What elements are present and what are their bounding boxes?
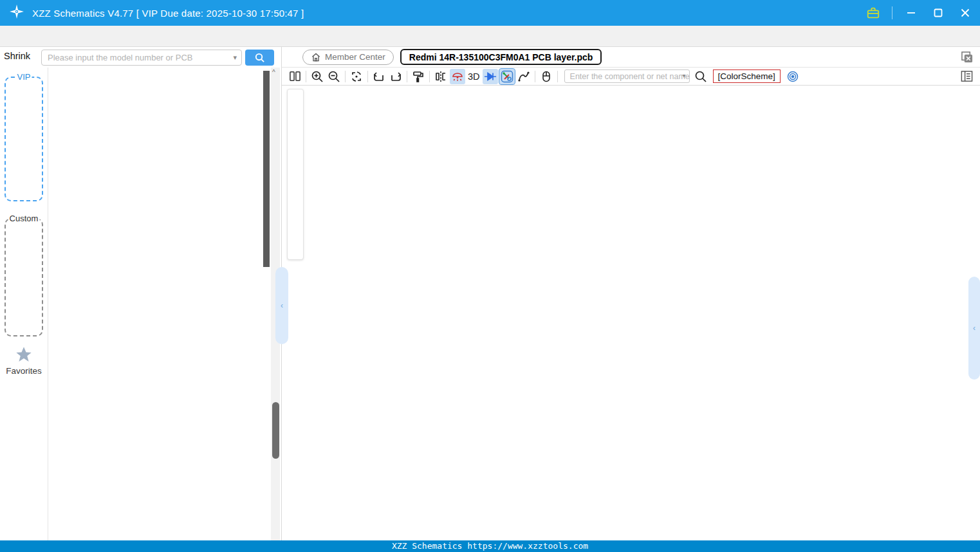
model-search-input[interactable]: Please input the model number or PCB ▾ <box>41 50 242 66</box>
rotate-ccw-icon[interactable] <box>371 69 387 84</box>
mirror-flip-icon[interactable] <box>433 69 448 84</box>
member-center-label: Member Center <box>325 52 385 62</box>
collapse-right-handle[interactable]: ‹ <box>968 277 980 380</box>
active-tab-label: Redmi 14R-135100C3FM0A1 PCB layer.pcb <box>409 52 593 62</box>
tree-scrollbar-thumb-inner[interactable] <box>263 71 270 267</box>
shrink-button[interactable]: Shrink <box>4 51 30 61</box>
app-logo-icon <box>9 4 24 22</box>
maximize-button[interactable] <box>930 5 947 21</box>
panel-toggle-icon[interactable] <box>960 69 974 86</box>
component-search-input[interactable]: Enter the component or net name ▾ <box>564 69 690 83</box>
diode-tool-icon[interactable] <box>483 69 498 84</box>
close-tab-icon[interactable] <box>961 51 974 66</box>
category-sidebar: VIP Custom Favorites <box>0 68 48 540</box>
member-center-button[interactable]: Member Center <box>302 50 394 65</box>
component-search-icon[interactable] <box>693 69 708 84</box>
eye-visibility-icon[interactable] <box>785 69 800 84</box>
lamp-tool-icon[interactable] <box>450 69 465 84</box>
zoom-in-icon[interactable] <box>310 69 325 84</box>
minimize-button[interactable] <box>903 5 920 21</box>
vip-briefcase-icon[interactable] <box>865 5 882 21</box>
model-search-row: Shrink Please input the model number or … <box>0 47 281 68</box>
close-button[interactable] <box>957 5 974 21</box>
custom-group-label: Custom <box>8 214 40 223</box>
pcb-toolbar: 3D Enter the component or net name ▾ [Co… <box>281 68 980 86</box>
mouse-settings-icon[interactable] <box>539 69 554 84</box>
zoom-out-icon[interactable] <box>326 69 342 84</box>
menu-bar <box>0 26 980 47</box>
window-controls-separator <box>892 6 892 19</box>
pcb-canvas[interactable] <box>281 86 980 540</box>
measure-tool-icon[interactable] <box>499 69 515 84</box>
vip-group: VIP <box>5 77 43 201</box>
chevron-down-icon[interactable]: ▾ <box>683 72 686 79</box>
component-search-placeholder: Enter the component or net name <box>570 72 690 81</box>
rotate-cw-icon[interactable] <box>388 69 403 84</box>
favorites-label: Favorites <box>5 366 43 376</box>
tab-row: Member Center Redmi 14R-135100C3FM0A1 PC… <box>281 47 980 68</box>
layer-selector <box>287 89 304 260</box>
3d-view-button[interactable]: 3D <box>468 71 480 82</box>
app-window: XZZ Schematics V4.77 [ VIP Due date: 202… <box>0 0 980 552</box>
file-tree-panel: ^ <box>48 68 281 540</box>
sidebar-item-favorites[interactable]: Favorites <box>5 345 43 376</box>
scrollbar-up-arrow-icon[interactable]: ^ <box>272 69 275 76</box>
status-bar: XZZ Schematics https://www.xzztools.com <box>0 540 980 552</box>
window-title: XZZ Schematics V4.77 [ VIP Due date: 202… <box>32 8 304 19</box>
paint-roller-icon[interactable] <box>411 69 426 84</box>
model-search-placeholder: Please input the model number or PCB <box>48 53 192 62</box>
model-search-button[interactable] <box>245 50 274 66</box>
color-scheme-button[interactable]: [ColorScheme] <box>713 69 781 83</box>
title-bar: XZZ Schematics V4.77 [ VIP Due date: 202… <box>0 0 980 26</box>
custom-group: Custom <box>5 218 43 336</box>
reset-view-icon[interactable] <box>349 69 364 84</box>
panel-scrollbar-thumb[interactable] <box>272 402 279 459</box>
collapse-tree-handle[interactable]: ‹ <box>275 267 288 344</box>
chevron-down-icon[interactable]: ▾ <box>233 53 237 62</box>
curve-tool-icon[interactable] <box>516 69 532 84</box>
active-pcb-tab[interactable]: Redmi 14R-135100C3FM0A1 PCB layer.pcb <box>400 49 602 65</box>
split-view-icon[interactable] <box>287 69 302 84</box>
vip-group-label: VIP <box>16 72 32 82</box>
